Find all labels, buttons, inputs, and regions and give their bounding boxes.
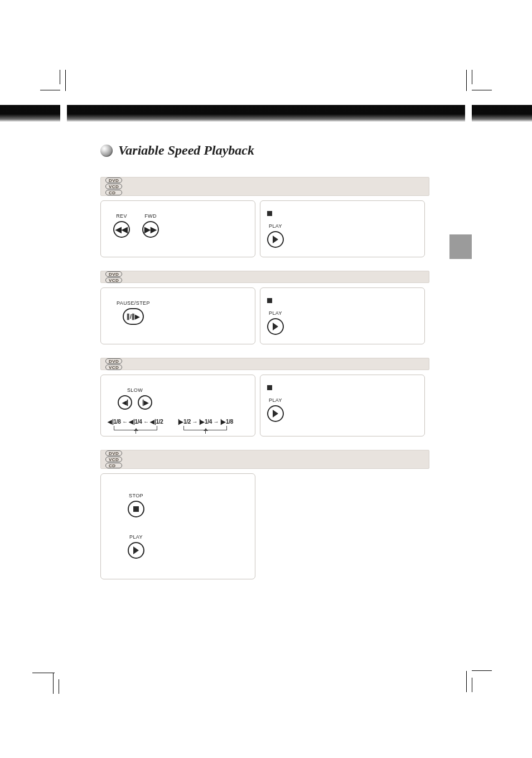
button-row: REV ◀◀ FWD ▶▶: [113, 213, 248, 238]
button-row: PLAY: [267, 397, 418, 422]
disc-badge-cd: CD: [105, 463, 122, 468]
header-gap: [465, 105, 472, 122]
panel-right: PLAY: [260, 287, 425, 344]
crop-mark: [32, 673, 55, 673]
panel-right: PLAY: [260, 375, 425, 436]
slow-rev-text: ◀ǀ1/8 ← ◀ǀ1/4 ← ◀ǀ1/2: [108, 419, 163, 425]
section-bar: DVD VCD: [100, 271, 429, 283]
slow-rev-icon: ◀ǀ: [118, 395, 132, 410]
side-tab: [449, 234, 472, 259]
slow-speed-diagram: ◀ǀ1/8 ← ◀ǀ1/4 ← ◀ǀ1/2 ǀ▶1/2 → ǀ▶1/4 → ǀ▶…: [108, 419, 248, 430]
play-icon: [267, 318, 284, 335]
slow-fwd-text: ǀ▶1/2 → ǀ▶1/4 → ǀ▶1/8: [178, 419, 234, 425]
sphere-bullet-icon: [100, 145, 113, 157]
disc-badge-column: DVD VCD CD: [105, 177, 122, 195]
play-icon: [267, 231, 284, 248]
disc-badge-vcd: VCD: [105, 184, 122, 189]
pause-step-icon: ǁ/ǁ▶: [123, 308, 144, 325]
panel-left: PAUSE/STEP ǁ/ǁ▶: [100, 287, 255, 344]
button-row: PAUSE/STEP ǁ/ǁ▶: [117, 300, 248, 325]
bracket-icon: [183, 426, 227, 430]
button-row: PLAY: [267, 310, 418, 335]
play-button-group: PLAY: [267, 310, 284, 335]
disc-badge-column: DVD VCD: [105, 358, 122, 370]
page-title: Variable Speed Playback: [118, 143, 254, 158]
disc-badge-dvd: DVD: [105, 450, 122, 456]
slow-button-group: SLOW ◀ǀ ǀ▶: [118, 387, 152, 410]
crop-mark: [65, 70, 66, 91]
panel-row: STOP PLAY: [100, 473, 429, 579]
section-bar: DVD VCD CD: [100, 177, 429, 196]
disc-badge-cd: CD: [105, 190, 122, 195]
crop-mark: [472, 678, 472, 692]
panel-left: REV ◀◀ FWD ▶▶: [100, 200, 255, 257]
header-bar: [0, 105, 532, 122]
section-bar: DVD VCD CD: [100, 450, 429, 469]
panel-row: REV ◀◀ FWD ▶▶ PLAY: [100, 200, 429, 257]
button-caption: REV: [116, 213, 127, 219]
disc-badge-dvd: DVD: [105, 177, 122, 183]
disc-badge-column: DVD VCD CD: [105, 450, 122, 468]
crop-mark: [472, 670, 492, 671]
crop-mark: [53, 673, 54, 694]
disc-badge-dvd: DVD: [105, 358, 122, 364]
button-caption: PLAY: [269, 397, 282, 403]
button-row: SLOW ◀ǀ ǀ▶: [118, 387, 248, 410]
play-button-group: PLAY: [267, 397, 284, 422]
square-bullet-icon: [267, 385, 272, 390]
rewind-icon: ◀◀: [113, 221, 130, 238]
panel-left: SLOW ◀ǀ ǀ▶ ◀ǀ1/8 ← ◀ǀ1/4 ← ◀ǀ1/2 ǀ▶1/2 →…: [100, 375, 255, 436]
button-caption: PAUSE/STEP: [117, 300, 150, 306]
panel-row: SLOW ◀ǀ ǀ▶ ◀ǀ1/8 ← ◀ǀ1/4 ← ◀ǀ1/2 ǀ▶1/2 →…: [100, 375, 429, 436]
stop-icon: [128, 501, 144, 517]
pause-step-button-group: PAUSE/STEP ǁ/ǁ▶: [117, 300, 150, 325]
header-gap: [60, 105, 67, 122]
square-bullet-icon: [267, 298, 272, 303]
crop-mark: [466, 671, 467, 692]
disc-badge-vcd: VCD: [105, 457, 122, 462]
slow-rev-sequence: ◀ǀ1/8 ← ◀ǀ1/4 ← ◀ǀ1/2: [108, 419, 163, 430]
fwd-button-group: FWD ▶▶: [142, 213, 159, 238]
title-row: Variable Speed Playback: [100, 143, 429, 158]
play-icon: [267, 405, 284, 422]
crop-mark: [59, 679, 59, 694]
stop-button-group: STOP: [128, 493, 144, 517]
disc-badge-vcd: VCD: [105, 364, 122, 370]
play-icon: [128, 542, 144, 559]
disc-badge-vcd: VCD: [105, 277, 122, 283]
content-column: Variable Speed Playback DVD VCD CD REV ◀…: [100, 143, 429, 579]
button-caption: FWD: [144, 213, 157, 219]
crop-mark: [472, 70, 472, 84]
slow-fwd-sequence: ǀ▶1/2 → ǀ▶1/4 → ǀ▶1/8: [178, 419, 234, 430]
play-button-group: PLAY: [267, 223, 284, 248]
section-bar: DVD VCD: [100, 358, 429, 370]
button-caption: PLAY: [129, 534, 143, 540]
crop-mark: [60, 70, 60, 84]
square-bullet-icon: [267, 211, 272, 216]
play-button-group: PLAY: [128, 534, 144, 559]
button-caption: PLAY: [269, 310, 282, 316]
crop-mark: [40, 90, 60, 90]
button-row: PLAY: [267, 223, 418, 248]
manual-page: Variable Speed Playback DVD VCD CD REV ◀…: [0, 0, 532, 758]
panel-row: PAUSE/STEP ǁ/ǁ▶ PLAY: [100, 287, 429, 344]
bracket-icon: [114, 426, 157, 430]
button-caption: PLAY: [269, 223, 282, 229]
crop-mark: [472, 90, 492, 90]
button-caption: STOP: [129, 493, 143, 498]
button-row: PLAY: [128, 534, 248, 559]
panel-right: PLAY: [260, 200, 425, 257]
button-caption: SLOW: [127, 387, 143, 393]
fast-forward-icon: ▶▶: [142, 221, 159, 238]
slow-fwd-icon: ǀ▶: [138, 395, 152, 410]
rev-button-group: REV ◀◀: [113, 213, 130, 238]
disc-badge-dvd: DVD: [105, 271, 122, 277]
disc-badge-column: DVD VCD: [105, 271, 122, 283]
crop-mark: [466, 70, 467, 91]
panel-left: STOP PLAY: [100, 473, 255, 579]
button-row: STOP: [128, 493, 248, 517]
